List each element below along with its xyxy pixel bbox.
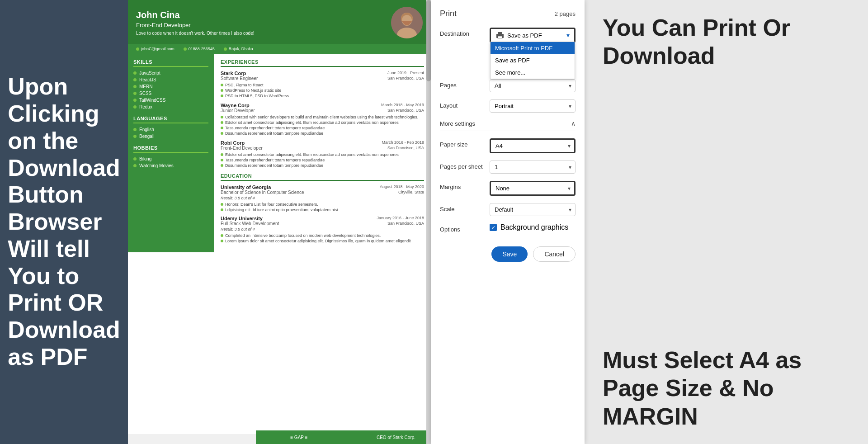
- hobby-dot: [133, 157, 137, 161]
- skill-redux: Redux: [133, 104, 208, 109]
- layout-label: Layout: [440, 99, 490, 109]
- pages-label: Pages: [440, 79, 490, 89]
- pages-per-sheet-label: Pages per sheet: [440, 161, 490, 170]
- paper-size-select-wrapper[interactable]: A4 Letter A3 ▾: [491, 140, 574, 152]
- resume-contact-bar: johnC@gmail.com 01888-256545 Rajuk, Dhak…: [128, 44, 431, 54]
- scale-label: Scale: [440, 203, 490, 213]
- phone-dot: [184, 47, 187, 51]
- background-graphics-checkbox[interactable]: ✓: [490, 224, 497, 231]
- pages-per-sheet-select[interactable]: 1 2 4: [490, 161, 575, 173]
- skill-dot: [133, 92, 137, 95]
- more-settings-row[interactable]: More settings ∧: [440, 120, 576, 131]
- layout-select-wrapper[interactable]: Portrait Landscape ▾: [490, 99, 576, 113]
- right-annotation-panel: You Can Print Or Download Must Select A4…: [585, 0, 868, 444]
- background-graphics-option: ✓ Background graphics: [490, 223, 576, 231]
- hobby-biking: Biking: [133, 156, 208, 161]
- margins-row: Margins None Default Minimum ▾: [440, 181, 576, 196]
- print-buttons: Save Cancel: [440, 246, 576, 262]
- skill-dot: [133, 71, 137, 75]
- layout-row: Layout Portrait Landscape ▾: [440, 99, 576, 113]
- resume-title: Front-End Developer: [136, 22, 255, 28]
- contact-location: Rajuk, Dhaka: [224, 47, 253, 51]
- paper-size-row: Paper size A4 Letter A3 ▾: [440, 138, 576, 153]
- background-graphics-label: Background graphics: [500, 223, 568, 231]
- svg-rect-7: [498, 36, 502, 38]
- dest-option-more[interactable]: See more...: [491, 66, 575, 79]
- print-title: Print: [440, 9, 457, 19]
- layout-control[interactable]: Portrait Landscape ▾: [490, 99, 576, 113]
- exp-section-title: EXPERIENCES: [221, 59, 424, 67]
- destination-options: Microsoft Print to PDF Save as PDF See m…: [490, 42, 575, 79]
- skill-reactjs: ReactJS: [133, 77, 208, 82]
- hobby-dot: [133, 164, 137, 167]
- languages-title: LANGUAGES: [133, 116, 208, 123]
- resume-header-info: John Cina Front-End Developer Love to co…: [136, 10, 255, 36]
- exp-wayne: Wayne Corp March 2018 - May 2019 Junior …: [221, 103, 424, 136]
- scrollbar-track[interactable]: [426, 0, 431, 444]
- scale-select-wrapper[interactable]: Default Fit to page ▾: [490, 203, 576, 216]
- margins-control[interactable]: None Default Minimum ▾: [490, 181, 576, 196]
- contact-phone: 01888-256545: [184, 47, 215, 51]
- skill-tailwind: TailWindCSS: [133, 98, 208, 103]
- edu-section-title: EDUCATION: [221, 173, 424, 181]
- destination-row: Destination Save as PDF ▾ Microsoft: [440, 28, 576, 43]
- margins-select[interactable]: None Default Minimum: [491, 182, 574, 194]
- destination-label: Destination: [440, 28, 490, 37]
- resume-name: John Cina: [136, 10, 255, 20]
- skills-title: SKILLS: [133, 59, 208, 67]
- skill-dot: [133, 78, 137, 81]
- scrollbar-thumb[interactable]: [426, 0, 431, 81]
- cancel-button[interactable]: Cancel: [533, 246, 576, 262]
- exp-stark: Stark Corp June 2019 - Present Software …: [221, 71, 424, 98]
- location-dot: [224, 47, 227, 51]
- email-dot: [136, 47, 139, 51]
- pages-per-sheet-row: Pages per sheet 1 2 4 ▾: [440, 161, 576, 174]
- dest-option-save[interactable]: Save as PDF: [491, 54, 575, 66]
- paper-size-control[interactable]: A4 Letter A3 ▾: [490, 138, 576, 153]
- left-panel: Upon Clicking on the Download Button Bro…: [0, 0, 128, 444]
- edu-uga: University of Georgia August 2018 - May …: [221, 184, 424, 212]
- print-header: Print 2 pages: [440, 9, 576, 19]
- skill-dot: [133, 105, 137, 109]
- annotation-text-1: You Can Print Or Download: [603, 14, 850, 70]
- pages-select-wrapper[interactable]: All ▾: [490, 79, 576, 92]
- options-label: Options: [440, 223, 490, 233]
- lang-dot: [133, 128, 137, 131]
- bottom-bar-ceo: CEO of Stark Corp.: [377, 435, 415, 440]
- margins-label: Margins: [440, 181, 490, 190]
- contact-email: johnC@gmail.com: [136, 47, 175, 51]
- lang-dot: [133, 135, 137, 138]
- paper-size-label: Paper size: [440, 138, 490, 148]
- options-control: ✓ Background graphics: [490, 223, 576, 231]
- scale-control[interactable]: Default Fit to page ▾: [490, 203, 576, 216]
- bottom-bar: ≡ GAP ≡ CEO of Stark Corp. CTO of Sama C…: [256, 430, 431, 444]
- skill-dot: [133, 99, 137, 102]
- pages-per-sheet-control[interactable]: 1 2 4 ▾: [490, 161, 576, 174]
- layout-select[interactable]: Portrait Landscape: [490, 100, 575, 112]
- pages-select[interactable]: All: [490, 80, 575, 92]
- destination-control: Save as PDF ▾ Microsoft Print to PDF Sav…: [490, 28, 576, 43]
- scale-select[interactable]: Default Fit to page: [490, 203, 575, 216]
- paper-size-select[interactable]: A4 Letter A3: [491, 140, 574, 152]
- checkmark-icon: ✓: [491, 225, 495, 231]
- pages-control[interactable]: All ▾: [490, 79, 576, 92]
- resume-sidebar: SKILLS JavaScript ReactJS MERN: [128, 54, 214, 252]
- exp-robi: Robi Corp March 2016 - Feb 2018 Front-En…: [221, 140, 424, 168]
- resume-body: SKILLS JavaScript ReactJS MERN: [128, 54, 431, 252]
- resume-tagline: Love to code when it doesn't work. Other…: [136, 31, 255, 36]
- svg-rect-6: [498, 32, 502, 34]
- save-button[interactable]: Save: [491, 246, 528, 262]
- skill-mern: MERN: [133, 84, 208, 89]
- destination-selected[interactable]: Save as PDF ▾: [491, 29, 574, 42]
- dest-option-microsoft[interactable]: Microsoft Print to PDF: [491, 42, 575, 54]
- pages-row: Pages All ▾: [440, 79, 576, 92]
- options-row: Options ✓ Background graphics: [440, 223, 576, 233]
- resume-header: John Cina Front-End Developer Love to co…: [128, 0, 431, 44]
- margins-select-wrapper[interactable]: None Default Minimum ▾: [491, 182, 574, 194]
- resume-content: EXPERIENCES Stark Corp June 2019 - Prese…: [214, 54, 431, 252]
- destination-dropdown[interactable]: Save as PDF ▾ Microsoft Print to PDF Sav…: [490, 28, 576, 43]
- skill-dot: [133, 85, 137, 88]
- bottom-bar-gap: ≡ GAP ≡: [290, 435, 307, 440]
- resume-panel: John Cina Front-End Developer Love to co…: [128, 0, 431, 444]
- pages-per-sheet-select-wrapper[interactable]: 1 2 4 ▾: [490, 161, 576, 174]
